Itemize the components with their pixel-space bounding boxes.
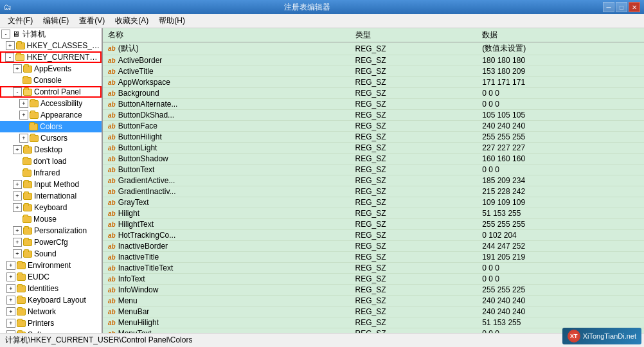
expand-inputmethod[interactable]: +: [13, 180, 22, 189]
tree-item-desktop[interactable]: +Desktop: [0, 144, 102, 156]
tree-item-appevents[interactable]: +AppEvents: [0, 63, 102, 75]
table-row[interactable]: abInactiveBorderREG_SZ244 247 252: [103, 241, 644, 252]
folder-icon-identities: [16, 284, 26, 293]
table-row[interactable]: abMenuREG_SZ240 240 240: [103, 296, 644, 307]
expand-cursors[interactable]: +: [19, 134, 28, 143]
expand-sound[interactable]: +: [13, 249, 22, 258]
title-bar-icon: 🗂: [4, 3, 12, 12]
cell-name-10: abButtonShadow: [103, 154, 350, 165]
table-row[interactable]: abInfoTextREG_SZ0 0 0: [103, 274, 644, 285]
expand-environment[interactable]: +: [6, 261, 15, 270]
tree-item-keyboard[interactable]: +Keyboard: [0, 202, 102, 213]
tree-item-controlpanel[interactable]: -Control Panel: [0, 86, 102, 98]
menu-item-查看(V)[interactable]: 查看(V): [74, 14, 110, 28]
tree-item-infrared[interactable]: Infrared: [0, 167, 102, 179]
expand-eudc[interactable]: +: [6, 272, 15, 281]
maximize-button[interactable]: □: [616, 2, 627, 12]
table-row[interactable]: abHilightREG_SZ51 153 255: [103, 208, 644, 219]
expand-powercfg[interactable]: +: [13, 238, 22, 247]
tree-item-environment[interactable]: +Environment: [0, 260, 102, 271]
tree-item-appearance[interactable]: +Appearance: [0, 109, 102, 121]
cell-type-8: REG_SZ: [350, 132, 478, 143]
col-type[interactable]: 类型: [350, 28, 478, 42]
table-row[interactable]: ab(默认)REG_SZ(数值未设置): [103, 42, 644, 55]
expand-appevents[interactable]: +: [13, 64, 22, 73]
expand-computer[interactable]: -: [1, 30, 10, 39]
tree-item-mouse[interactable]: Mouse: [0, 213, 102, 225]
expand-network[interactable]: +: [6, 307, 15, 316]
tree-item-computer[interactable]: - 🖥 计算机: [0, 28, 102, 40]
expand-international[interactable]: +: [13, 191, 22, 200]
expand-identities[interactable]: +: [6, 284, 15, 293]
expand-hkcu[interactable]: -: [5, 53, 14, 62]
tree-label-inputmethod: Input Method: [34, 180, 79, 189]
tree-item-powercfg[interactable]: +PowerCfg: [0, 236, 102, 248]
tree-item-identities[interactable]: +Identities: [0, 283, 102, 294]
tree-item-cursors[interactable]: +Cursors: [0, 132, 102, 144]
tree-item-network[interactable]: +Network: [0, 306, 102, 317]
menu-item-收藏夹(A)[interactable]: 收藏夹(A): [110, 14, 154, 28]
table-row[interactable]: abButtonDkShad...REG_SZ105 105 105: [103, 110, 644, 121]
table-row[interactable]: abButtonLightREG_SZ227 227 227: [103, 143, 644, 154]
table-row[interactable]: abActiveTitleREG_SZ153 180 209: [103, 66, 644, 77]
expand-accessibility[interactable]: +: [19, 99, 28, 108]
expand-personalization[interactable]: +: [13, 226, 22, 235]
table-row[interactable]: abGradientInactiv...REG_SZ215 228 242: [103, 186, 644, 197]
tree-item-dontload[interactable]: don't load: [0, 156, 102, 167]
table-row[interactable]: abGrayTextREG_SZ109 109 109: [103, 197, 644, 208]
tree-item-printers[interactable]: +Printers: [0, 317, 102, 329]
tree-item-inputmethod[interactable]: +Input Method: [0, 179, 102, 190]
tree-item-colors[interactable]: Colors: [0, 121, 102, 132]
tree-item-eudc[interactable]: +EUDC: [0, 271, 102, 283]
cell-type-6: REG_SZ: [350, 110, 478, 121]
table-row[interactable]: abButtonTextREG_SZ0 0 0: [103, 165, 644, 175]
table-row[interactable]: abInactiveTitleREG_SZ191 205 219: [103, 252, 644, 263]
table-row[interactable]: abButtonShadowREG_SZ160 160 160: [103, 154, 644, 165]
menu-item-文件(F)[interactable]: 文件(F): [3, 14, 38, 28]
table-row[interactable]: abInactiveTitleTextREG_SZ0 0 0: [103, 263, 644, 274]
tree-item-software[interactable]: +Software: [0, 329, 102, 333]
table-row[interactable]: abGradientActive...REG_SZ185 209 234: [103, 175, 644, 186]
tree-item-personalization[interactable]: +Personalization: [0, 225, 102, 236]
table-row[interactable]: abActiveBorderREG_SZ180 180 180: [103, 55, 644, 66]
expand-printers[interactable]: +: [6, 319, 15, 328]
expand-keyboard[interactable]: +: [13, 203, 22, 212]
table-row[interactable]: abMenuBarREG_SZ240 240 240: [103, 307, 644, 317]
tree-label-mouse: Mouse: [33, 215, 57, 224]
expand-keyboardlayout[interactable]: +: [6, 296, 15, 305]
tree-item-international[interactable]: +International: [0, 190, 102, 202]
table-row[interactable]: abBackgroundREG_SZ0 0 0: [103, 88, 644, 99]
menu-item-编辑(E)[interactable]: 编辑(E): [38, 14, 74, 28]
expand-hkcr[interactable]: +: [6, 41, 15, 50]
table-row[interactable]: abMenuHilightREG_SZ51 153 255: [103, 317, 644, 328]
cell-data-4: 0 0 0: [477, 88, 644, 99]
table-row[interactable]: abButtonAlternate...REG_SZ0 0 0: [103, 99, 644, 110]
col-data[interactable]: 数据: [477, 28, 644, 42]
close-button[interactable]: ✕: [629, 2, 640, 12]
expand-appearance[interactable]: +: [19, 111, 28, 120]
expand-controlpanel[interactable]: -: [13, 87, 22, 96]
table-row[interactable]: abAppWorkspaceREG_SZ171 171 171: [103, 77, 644, 88]
row-icon-1: ab: [108, 57, 116, 64]
table-row[interactable]: abButtonFaceREG_SZ240 240 240: [103, 121, 644, 132]
tree-item-hkcu[interactable]: -HKEY_CURRENT_USER: [0, 51, 102, 63]
tree-item-keyboardlayout[interactable]: +Keyboard Layout: [0, 294, 102, 306]
expand-desktop[interactable]: +: [13, 145, 22, 154]
table-row[interactable]: abInfoWindowREG_SZ255 255 225: [103, 285, 644, 296]
right-panel[interactable]: 名称 类型 数据 ab(默认)REG_SZ(数值未设置)abActiveBord…: [103, 28, 644, 333]
table-row[interactable]: abButtonHilightREG_SZ255 255 255: [103, 132, 644, 143]
tree-item-hkcr[interactable]: +HKEY_CLASSES_ROOT: [0, 40, 102, 51]
menu-item-帮助(H)[interactable]: 帮助(H): [154, 14, 190, 28]
tree-item-console[interactable]: Console: [0, 75, 102, 86]
table-row[interactable]: abHotTrackingCo...REG_SZ0 102 204: [103, 230, 644, 241]
minimize-button[interactable]: ─: [603, 2, 614, 12]
folder-icon-cursors: [29, 134, 39, 143]
tree-item-accessibility[interactable]: +Accessibility: [0, 98, 102, 109]
tree-panel[interactable]: - 🖥 计算机 +HKEY_CLASSES_ROOT-HKEY_CURRENT_…: [0, 28, 103, 333]
cell-data-25: 51 153 255: [477, 317, 644, 328]
folder-icon-international: [22, 191, 33, 200]
tree-item-sound[interactable]: +Sound: [0, 248, 102, 260]
expand-software[interactable]: +: [6, 330, 15, 333]
col-name[interactable]: 名称: [103, 28, 350, 42]
table-row[interactable]: abHilightTextREG_SZ255 255 255: [103, 219, 644, 230]
